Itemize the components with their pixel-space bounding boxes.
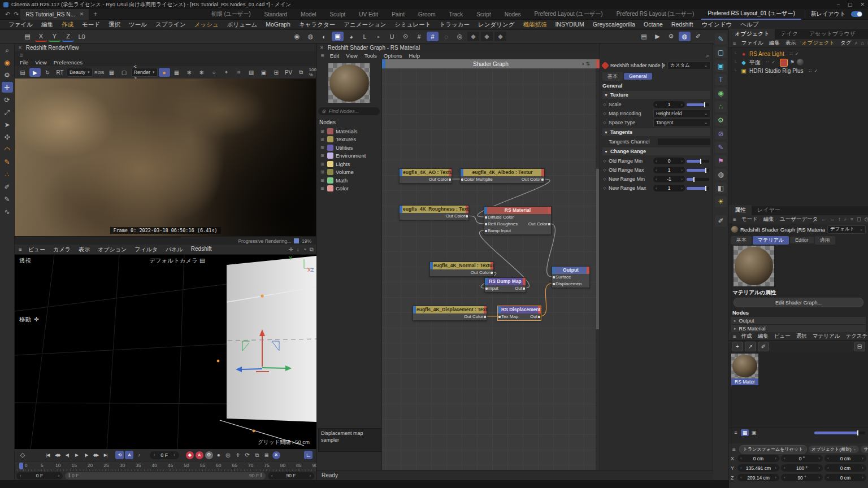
dim-circle-icon[interactable]: ◌ (440, 32, 452, 41)
current-frame-field[interactable]: ‹0 F› (150, 451, 179, 459)
gizmo-z-axis[interactable] (262, 368, 286, 368)
timeline-tick[interactable]: 80 (280, 463, 285, 468)
uv-mode-icon[interactable]: ◕ (345, 32, 357, 41)
coord-rotation-field-Z[interactable]: ‹90 °› (781, 474, 823, 481)
orbit-icon[interactable]: ◔ (303, 246, 306, 253)
menu-ヘルプ[interactable]: ヘルプ (736, 20, 762, 29)
redshift-renderview-button[interactable]: ◍ (679, 32, 691, 41)
menu-レンダリング[interactable]: レンダリング (474, 20, 518, 29)
menu-Edit[interactable]: Edit (327, 53, 342, 59)
snapshot-icon[interactable]: ▤ (17, 68, 28, 77)
layout-tab[interactable]: Standard (258, 10, 294, 19)
menu-フィルタ[interactable]: フィルタ (131, 246, 162, 254)
spline-pen-icon[interactable]: ✎ (715, 33, 727, 45)
rgb-channel-button[interactable]: RGB (94, 68, 105, 77)
search-icon[interactable]: ⌕ (855, 40, 858, 46)
clear-icon[interactable]: ⊗ (322, 108, 326, 114)
dolly-icon[interactable]: ↓ (297, 246, 300, 253)
timeline-tick[interactable]: 15 (71, 463, 76, 468)
menu-表示[interactable]: 表示 (75, 246, 94, 254)
sketch-tool[interactable]: ∿ (2, 206, 13, 217)
tab-アセットブラウザ[interactable]: アセットブラウザ (804, 29, 861, 39)
menu-View[interactable]: View (32, 59, 49, 66)
layout-tab[interactable]: Prefered RS Layout_01 (ユーザー) (701, 8, 801, 20)
focus-icon[interactable]: ⌖ (221, 68, 232, 77)
document-tab[interactable]: RS Tutorial_RS N... ✕ (20, 9, 89, 20)
node-input-port[interactable]: Diffuse Color (488, 214, 514, 221)
field-icon[interactable]: ⊘ (715, 128, 727, 140)
menu-カメラ[interactable]: カメラ (49, 246, 75, 254)
back-icon[interactable]: ← (821, 216, 826, 223)
expand-icon[interactable]: ⊞ (320, 169, 325, 175)
panel-menu-icon[interactable]: ≡ (731, 333, 738, 339)
menu-モード[interactable]: モード (739, 216, 761, 223)
menu-ファイル[interactable]: ファイル (5, 20, 37, 29)
material-list[interactable]: RS Mater (729, 352, 868, 428)
circle-icon[interactable]: ◎ (454, 32, 466, 41)
visibility-dots-icon[interactable]: ∷ (809, 68, 812, 73)
fit-icon[interactable]: ⌗ (233, 68, 245, 77)
menu-編集[interactable]: 編集 (37, 20, 57, 29)
cursor-move-tool[interactable]: ➤ (2, 119, 13, 130)
expand-icon[interactable]: ⊞ (320, 153, 325, 158)
layout-tab[interactable]: Paint (385, 10, 411, 19)
node-category-environment[interactable]: ⊞Environment (318, 152, 380, 160)
flag-icon[interactable]: ⚑ (715, 155, 727, 167)
spline-pen-tool[interactable]: ✎ (2, 156, 13, 167)
axis-y-lock[interactable]: Y (49, 31, 60, 42)
timeline-tick[interactable]: 65 (232, 463, 237, 468)
cloner-icon[interactable]: ∴ (715, 101, 727, 112)
tab-close-icon[interactable]: ✕ (80, 11, 84, 17)
snowflake-icon[interactable]: ❄ (184, 68, 195, 77)
menu-ビュー[interactable]: ビュー (24, 246, 49, 254)
keyframe-icon[interactable]: ◇ (18, 451, 27, 459)
graph-node-output[interactable]: OutputSurfaceDisplacemen (552, 266, 590, 288)
tab-Editor[interactable]: Editor (790, 237, 814, 243)
graph-node-bump[interactable]: RS Bump MapInputOut (484, 277, 526, 293)
timeline-tick[interactable]: 5 (41, 463, 44, 468)
node-input-port[interactable]: Color Multiplie (464, 176, 493, 183)
live-selection-tool[interactable]: ◉ (2, 57, 13, 68)
render-settings-button[interactable]: ⚙ (665, 32, 677, 41)
fcurve-button[interactable]: ∟ (304, 451, 313, 459)
expand-icon[interactable]: ⊞ (320, 145, 325, 150)
panel-menu-icon[interactable]: ≡ (731, 40, 738, 46)
tab-基本[interactable]: 基本 (602, 72, 623, 81)
record-icon[interactable]: ▤ (21, 32, 33, 41)
axis-z-lock[interactable]: Z (62, 31, 74, 42)
tangents-channel-input[interactable] (658, 138, 710, 145)
graph-node-rough[interactable]: eugfls_4K_Roughness : TexturOut Color (399, 205, 469, 220)
value-stepper[interactable]: ‹1› (653, 167, 685, 173)
space-type-select[interactable]: Tangent⌄ (653, 119, 710, 127)
capsule-3-icon[interactable]: ◆ (494, 32, 506, 41)
menu-選択[interactable]: 選択 (793, 333, 810, 340)
node-input-port[interactable]: Refl Roughnes (488, 221, 518, 228)
deformer-icon[interactable]: ⚙ (715, 115, 727, 126)
timeline-ruler[interactable]: 051015202530354045505560657075808590 (15, 461, 316, 471)
node-output-port[interactable]: Out Color (522, 176, 541, 183)
tab-テイク[interactable]: テイク (775, 29, 804, 39)
graph-header-icons[interactable]: ◑⇅ (581, 61, 592, 67)
value-slider[interactable] (687, 178, 709, 181)
layout-tab[interactable]: Script (470, 10, 497, 19)
menu-Redshift[interactable]: Redshift (667, 20, 697, 29)
ui-scale-toggle[interactable] (851, 11, 862, 17)
timeline-tick[interactable]: 10 (55, 463, 60, 468)
sound-toggle[interactable]: ♪ (134, 451, 143, 459)
pixel-grid-icon[interactable]: ▦ (106, 68, 118, 77)
panel-menu-icon[interactable]: ≡ (731, 216, 738, 223)
loop-toggle[interactable]: ⟲ (115, 451, 124, 459)
bucket-grid-icon[interactable]: ▦ (171, 68, 183, 77)
graph-node-ao[interactable]: eugfls_4K_AO : TextureOut Color (399, 168, 452, 184)
preset-select[interactable]: デフォルト⌄ (827, 225, 866, 234)
lock-icon[interactable]: ● (159, 68, 170, 77)
minimize-button[interactable]: – (837, 2, 840, 7)
home-icon[interactable]: ⌂ (861, 40, 864, 46)
menu-View[interactable]: View (342, 53, 361, 59)
panel-menu-icon[interactable]: ≡ (17, 246, 24, 252)
timeline-tick[interactable]: 70 (248, 463, 253, 468)
visibility-dots-icon[interactable]: ∷ (790, 51, 793, 56)
magnet-icon[interactable]: U (386, 32, 398, 41)
coord-position-field-Z[interactable]: ‹209.14 cm› (737, 474, 779, 481)
close-icon[interactable]: ✕ (320, 45, 324, 50)
